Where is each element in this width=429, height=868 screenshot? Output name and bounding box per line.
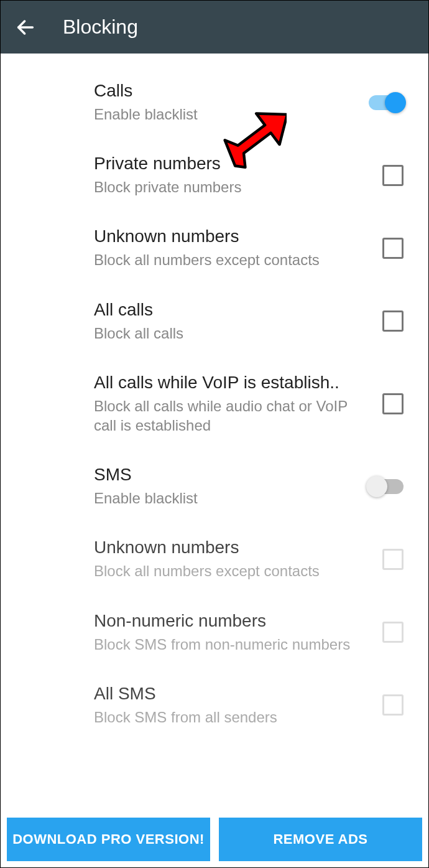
setting-title: Non-numeric numbers [94,611,370,631]
setting-row-voip-calls[interactable]: All calls while VoIP is establish.. Bloc… [1,358,428,450]
sms-toggle[interactable] [369,479,404,494]
setting-row-sms-unknown[interactable]: Unknown numbers Block all numbers except… [1,523,428,595]
setting-row-sms[interactable]: SMS Enable blacklist [1,450,428,523]
setting-title: Private numbers [94,154,370,174]
page-title: Blocking [63,16,138,39]
appbar: Blocking [1,1,428,54]
sms-unknown-checkbox[interactable] [382,549,404,570]
setting-title: All SMS [94,684,370,704]
setting-subtitle: Enable blacklist [94,105,356,124]
setting-row-unknown-numbers[interactable]: Unknown numbers Block all numbers except… [1,212,428,284]
download-pro-button[interactable]: DOWNLOAD PRO VERSION! [7,818,210,861]
sms-nonnumeric-checkbox[interactable] [382,622,404,643]
bottom-bar: DOWNLOAD PRO VERSION! REMOVE ADS [1,818,428,867]
setting-row-all-calls[interactable]: All calls Block all calls [1,285,428,358]
settings-list: Calls Enable blacklist Private numbers B… [1,54,428,818]
all-calls-checkbox[interactable] [382,310,404,332]
setting-title: SMS [94,465,356,485]
setting-title: Calls [94,81,356,101]
setting-title: All calls [94,300,370,320]
setting-subtitle: Block all numbers except contacts [94,561,370,581]
setting-row-calls[interactable]: Calls Enable blacklist [1,66,428,139]
setting-subtitle: Block all numbers except contacts [94,250,370,269]
setting-subtitle: Block private numbers [94,177,370,197]
setting-row-sms-nonnumeric[interactable]: Non-numeric numbers Block SMS from non-n… [1,596,428,669]
back-arrow-icon[interactable] [13,15,38,40]
setting-subtitle: Block SMS from non-numeric numbers [94,635,370,654]
setting-subtitle: Block all calls [94,324,370,343]
unknown-numbers-checkbox[interactable] [382,238,404,259]
calls-toggle[interactable] [369,95,404,110]
voip-calls-checkbox[interactable] [382,393,404,414]
setting-row-all-sms[interactable]: All SMS Block SMS from all senders [1,669,428,742]
setting-subtitle: Block all calls while audio chat or VoIP… [94,396,370,435]
screen: Blocking Calls Enable blacklist Private … [0,0,429,868]
setting-title: All calls while VoIP is establish.. [94,373,370,393]
private-numbers-checkbox[interactable] [382,165,404,186]
all-sms-checkbox[interactable] [382,694,404,716]
setting-title: Unknown numbers [94,226,370,246]
remove-ads-button[interactable]: REMOVE ADS [219,818,422,861]
setting-row-private-numbers[interactable]: Private numbers Block private numbers [1,139,428,212]
setting-title: Unknown numbers [94,538,370,558]
setting-subtitle: Block SMS from all senders [94,707,370,727]
setting-subtitle: Enable blacklist [94,488,356,508]
